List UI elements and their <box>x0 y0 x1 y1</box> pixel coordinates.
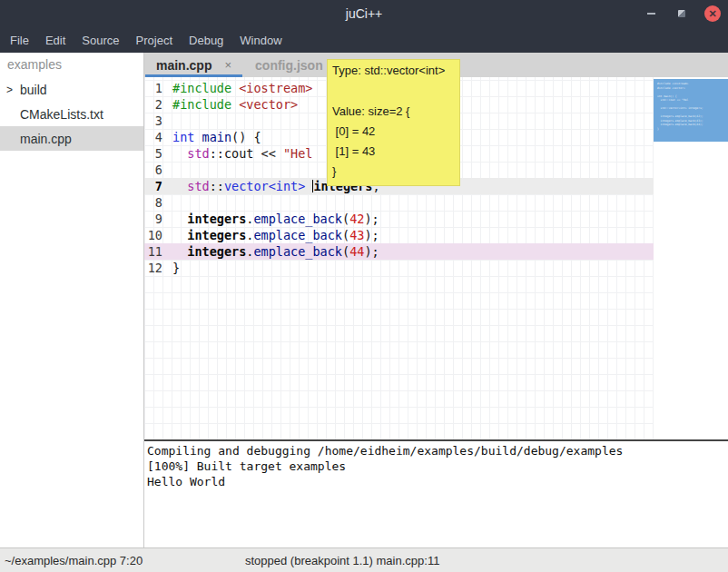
line-number: 1 <box>144 80 168 96</box>
window-controls: ✕ <box>643 0 721 27</box>
console-output[interactable]: Compiling and debugging /home/eidheim/ex… <box>144 439 728 547</box>
console-line: [100%] Built target examples <box>147 459 728 474</box>
token-pl: :: <box>210 179 224 193</box>
console-line: Compiling and debugging /home/eidheim/ex… <box>147 443 728 459</box>
file-tree-sidebar: examples >buildCMakeLists.txtmain.cpp <box>0 53 144 547</box>
code-text: #include <vector> <box>168 96 298 113</box>
token-fn: emplace_back <box>253 212 342 226</box>
line-number: 5 <box>144 145 168 162</box>
tab-label: config.json <box>255 58 323 73</box>
token-dir: #include <box>172 97 231 112</box>
code-text: std::cout << "Hel <box>168 145 312 162</box>
line-number: 3 <box>144 113 168 129</box>
code-line[interactable]: 11 integers.emplace_back(44); <box>144 243 654 260</box>
token-var: integers <box>187 228 246 242</box>
code-line[interactable]: 9 integers.emplace_back(42); <box>144 211 654 227</box>
line-number: 2 <box>144 96 168 113</box>
minimap[interactable]: #include <iostream> #include <vector> in… <box>654 77 728 439</box>
tree-item-label: build <box>20 83 47 97</box>
tooltip-value-line: [0] = 42 <box>332 122 457 142</box>
token-kw: int <box>172 130 194 144</box>
tree-item-label: CMakeLists.txt <box>20 107 103 122</box>
token-pl <box>231 97 239 112</box>
token-ns: std <box>187 146 209 161</box>
token-ns: std <box>187 179 209 193</box>
status-bar: ~/examples/main.cpp 7:20 stopped (breakp… <box>0 547 728 572</box>
title-bar: juCi++ ✕ <box>0 0 728 27</box>
token-pl <box>172 179 187 193</box>
token-str: "Hel <box>283 146 313 161</box>
tooltip-value-line: [1] = 43 <box>332 142 457 162</box>
sidebar-item-cmakelists-txt[interactable]: CMakeLists.txt <box>0 102 143 126</box>
line-number: 7 <box>144 178 168 194</box>
line-number: 4 <box>144 129 168 145</box>
debug-value-tooltip: Type: std::vector<int> Value: size=2 { [… <box>327 59 460 186</box>
line-number: 8 <box>144 194 168 211</box>
token-fn: emplace_back <box>253 244 342 259</box>
token-num: 44 <box>349 244 364 259</box>
minimap-viewport[interactable]: #include <iostream> #include <vector> in… <box>654 79 728 142</box>
chevron-right-icon[interactable]: > <box>6 84 20 96</box>
token-pl <box>305 179 312 193</box>
token-pl <box>172 228 187 242</box>
tab-label: main.cpp <box>156 58 212 73</box>
tab-main-cpp[interactable]: main.cpp× <box>144 53 243 77</box>
menu-item-project[interactable]: Project <box>128 29 181 52</box>
code-text: integers.emplace_back(44); <box>168 243 379 260</box>
menu-item-window[interactable]: Window <box>231 29 290 52</box>
token-pl <box>172 244 187 259</box>
sidebar-item-main-cpp[interactable]: main.cpp <box>0 126 143 151</box>
minimize-icon[interactable] <box>643 5 659 22</box>
token-pl: ); <box>364 228 379 242</box>
line-number: 6 <box>144 162 168 178</box>
line-number: 11 <box>144 243 168 260</box>
tooltip-type-line: Type: std::vector<int> <box>332 63 457 79</box>
code-text: integers.emplace_back(42); <box>168 211 379 227</box>
maximize-icon[interactable] <box>674 5 690 22</box>
code-line[interactable]: 10 integers.emplace_back(43); <box>144 227 654 243</box>
minimap-code-text: #include <iostream> #include <vector> in… <box>654 79 728 131</box>
sidebar-item-build[interactable]: >build <box>0 77 143 102</box>
code-line[interactable]: 12} <box>144 260 654 276</box>
token-pl <box>231 81 239 95</box>
code-text <box>168 194 172 211</box>
code-text <box>168 162 172 178</box>
token-var: integers <box>187 212 246 226</box>
close-icon[interactable]: ✕ <box>704 5 721 22</box>
menu-item-debug[interactable]: Debug <box>181 29 231 52</box>
editor-content-column: main.cpp×config.json 1#include <iostream… <box>144 53 728 547</box>
menu-item-source[interactable]: Source <box>74 29 127 52</box>
status-debug-state: stopped (breakpoint 1.1) main.cpp:11 <box>245 554 439 567</box>
token-kw: vector<int> <box>224 179 305 193</box>
tooltip-value-line: Value: size=2 { <box>332 102 457 122</box>
token-pl <box>172 146 187 161</box>
file-tree: >buildCMakeLists.txtmain.cpp <box>0 77 143 151</box>
token-pl <box>172 212 187 226</box>
token-num: 42 <box>349 212 364 226</box>
token-pl: } <box>172 261 180 275</box>
menu-bar: FileEditSourceProjectDebugWindow <box>0 27 728 53</box>
line-number: 9 <box>144 211 168 227</box>
token-pl <box>194 130 202 144</box>
main-area: examples >buildCMakeLists.txtmain.cpp ma… <box>0 53 728 547</box>
token-var: integers <box>187 244 246 259</box>
close-icon[interactable]: × <box>224 58 231 72</box>
code-line[interactable]: 8 <box>144 194 654 211</box>
token-fn: main <box>202 130 232 144</box>
project-name-header: examples <box>0 53 143 77</box>
token-num: 43 <box>349 228 364 242</box>
console-line: Hello World <box>147 474 728 489</box>
token-hdr: <iostream> <box>239 81 312 95</box>
token-hdr: <vector> <box>239 97 298 112</box>
tab-config-json[interactable]: config.json <box>243 53 335 77</box>
token-pl: ( <box>342 244 349 259</box>
window-title: juCi++ <box>0 6 728 21</box>
code-text: #include <iostream> <box>168 80 312 96</box>
code-text: int main() { <box>168 129 261 145</box>
status-file-position: ~/examples/main.cpp 7:20 <box>5 554 143 567</box>
menu-item-file[interactable]: File <box>2 29 37 52</box>
token-pl: ); <box>364 212 379 226</box>
code-text <box>168 113 172 129</box>
tree-item-label: main.cpp <box>20 132 72 146</box>
menu-item-edit[interactable]: Edit <box>37 29 74 52</box>
